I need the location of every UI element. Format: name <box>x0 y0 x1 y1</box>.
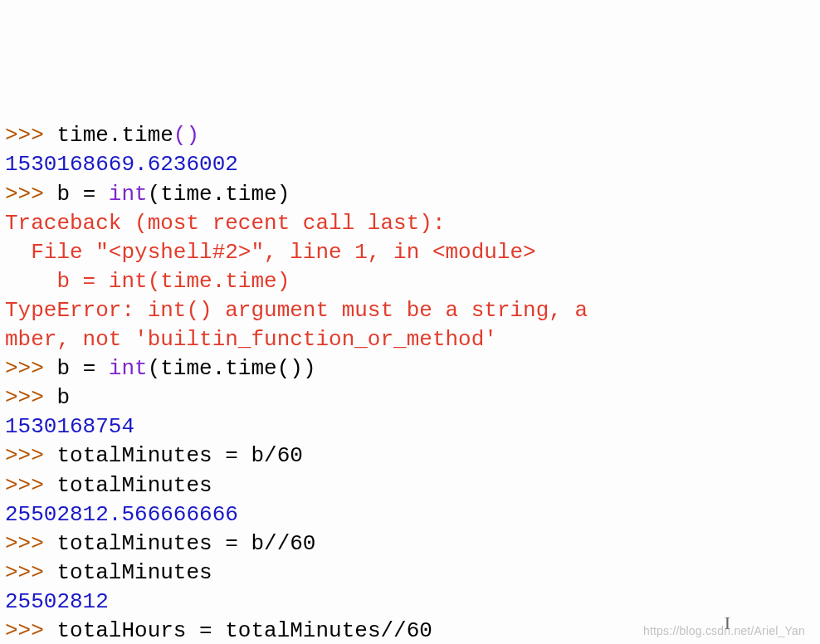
prompt: >>> <box>5 618 44 643</box>
code: time. <box>56 123 121 148</box>
prompt: >>> <box>5 123 44 148</box>
output: 1530168754 <box>5 414 134 439</box>
code: totalHours = totalMinutes//60 <box>56 618 432 643</box>
code: (time.time()) <box>148 356 316 381</box>
output: 25502812.566666666 <box>5 502 238 527</box>
code: b <box>56 385 70 410</box>
traceback: Traceback (most recent call last): <box>5 211 446 236</box>
prompt: >>> <box>5 385 44 410</box>
code: totalMinutes <box>56 473 212 498</box>
traceback: File "<pyshell#2>", line 1, in <module> <box>5 240 536 265</box>
prompt: >>> <box>5 473 44 498</box>
traceback: mber, not 'builtin_function_or_method' <box>5 327 497 352</box>
code: () <box>173 123 199 148</box>
traceback: TypeError: int() argument must be a stri… <box>5 298 588 323</box>
output: 1530168669.6236002 <box>5 152 238 177</box>
code: (time.time) <box>148 182 290 207</box>
code: totalMinutes = b//60 <box>56 531 315 556</box>
prompt: >>> <box>5 443 44 468</box>
code: totalMinutes <box>56 560 212 585</box>
output: 25502812 <box>5 589 109 614</box>
python-repl[interactable]: >>> time.time() 1530168669.6236002 >>> b… <box>5 121 815 644</box>
prompt: >>> <box>5 560 44 585</box>
code: time <box>121 123 173 148</box>
code: int <box>109 182 148 207</box>
code: int <box>109 356 148 381</box>
code: b = <box>56 182 108 207</box>
code: b = <box>56 356 108 381</box>
prompt: >>> <box>5 531 44 556</box>
code: totalMinutes = b/60 <box>56 443 302 468</box>
prompt: >>> <box>5 356 44 381</box>
prompt: >>> <box>5 182 44 207</box>
traceback: b = int(time.time) <box>5 269 290 294</box>
